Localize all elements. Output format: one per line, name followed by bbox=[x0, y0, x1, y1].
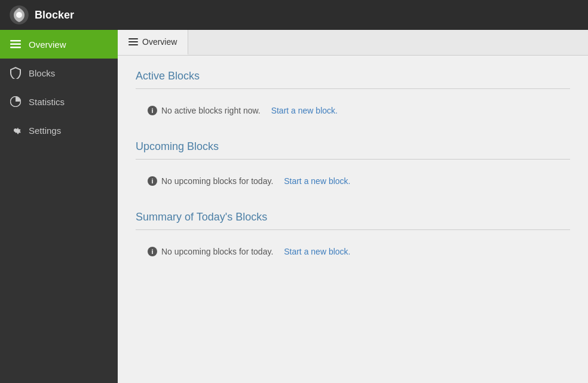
upcoming-blocks-text: No upcoming blocks for today. bbox=[161, 176, 273, 186]
sidebar-item-label-overview: Overview bbox=[29, 39, 66, 50]
active-blocks-link[interactable]: Start a new block. bbox=[271, 106, 338, 115]
summary-link[interactable]: Start a new block. bbox=[284, 247, 350, 256]
svg-rect-3 bbox=[10, 44, 21, 45]
sidebar-item-label-settings: Settings bbox=[29, 125, 61, 136]
content-area: Overview Active Blocks i No active block… bbox=[118, 30, 588, 383]
summary-divider bbox=[136, 229, 570, 230]
upcoming-blocks-link[interactable]: Start a new block. bbox=[284, 176, 350, 186]
topbar: Blocker bbox=[0, 0, 588, 30]
info-icon-active: i bbox=[148, 106, 157, 115]
upcoming-blocks-title: Upcoming Blocks bbox=[136, 140, 570, 153]
sidebar-item-settings[interactable]: Settings bbox=[0, 116, 118, 145]
summary-title: Summary of Today's Blocks bbox=[136, 211, 570, 223]
active-blocks-title: Active Blocks bbox=[136, 70, 570, 82]
chart-icon bbox=[10, 96, 22, 108]
list-icon bbox=[128, 38, 138, 45]
svg-rect-4 bbox=[10, 47, 21, 48]
app-logo: Blocker bbox=[10, 5, 74, 24]
sidebar-item-blocks[interactable]: Blocks bbox=[0, 59, 118, 87]
sidebar-item-overview[interactable]: Overview bbox=[0, 30, 118, 59]
info-icon-summary: i bbox=[148, 247, 157, 256]
summary-section: Summary of Today's Blocks i No upcoming … bbox=[136, 211, 570, 263]
gear-icon bbox=[10, 124, 22, 136]
sidebar-item-statistics[interactable]: Statistics bbox=[0, 87, 118, 116]
tab-overview[interactable]: Overview bbox=[118, 30, 188, 55]
active-blocks-divider bbox=[136, 88, 570, 89]
page-content: Active Blocks i No active blocks right n… bbox=[118, 56, 588, 296]
shield-icon bbox=[10, 67, 22, 79]
info-icon-upcoming: i bbox=[148, 176, 157, 186]
sidebar: Overview Blocks Statistics bbox=[0, 30, 118, 383]
svg-rect-7 bbox=[128, 41, 138, 42]
logo-icon bbox=[10, 5, 29, 24]
active-blocks-section: Active Blocks i No active blocks right n… bbox=[136, 70, 570, 122]
app-title: Blocker bbox=[35, 9, 74, 22]
tab-bar: Overview bbox=[118, 30, 588, 56]
summary-text: No upcoming blocks for today. bbox=[161, 247, 273, 256]
upcoming-blocks-divider bbox=[136, 159, 570, 160]
menu-icon bbox=[10, 38, 22, 50]
sidebar-item-label-blocks: Blocks bbox=[29, 68, 55, 78]
active-blocks-text: No active blocks right now. bbox=[161, 106, 261, 115]
svg-rect-8 bbox=[128, 44, 138, 45]
svg-rect-2 bbox=[10, 40, 21, 42]
upcoming-blocks-section: Upcoming Blocks i No upcoming blocks for… bbox=[136, 140, 570, 193]
tab-overview-label: Overview bbox=[142, 37, 177, 47]
active-blocks-message: i No active blocks right now. Start a ne… bbox=[136, 99, 570, 122]
main-layout: Overview Blocks Statistics bbox=[0, 30, 588, 383]
summary-message: i No upcoming blocks for today. Start a … bbox=[136, 240, 570, 263]
sidebar-item-label-statistics: Statistics bbox=[29, 97, 65, 107]
svg-rect-6 bbox=[128, 38, 138, 39]
upcoming-blocks-message: i No upcoming blocks for today. Start a … bbox=[136, 169, 570, 193]
